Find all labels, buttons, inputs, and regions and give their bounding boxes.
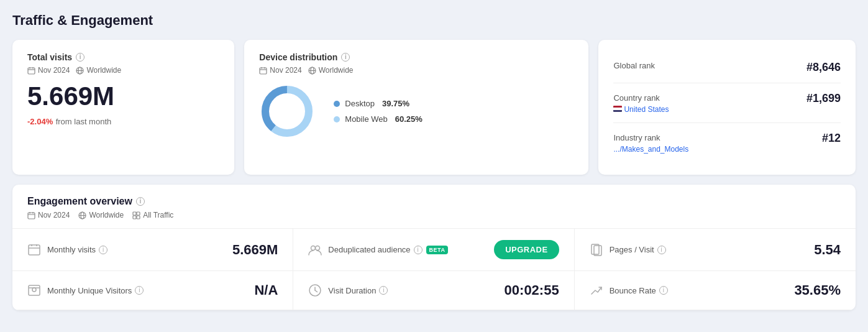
bounce-rate-info-icon[interactable]: i	[659, 286, 668, 295]
dedup-audience-cell: Deduplicated audience i BETA UPGRADE	[293, 229, 574, 270]
visit-duration-info-icon[interactable]: i	[379, 286, 388, 295]
ranks-card: Global rank #8,646 Country rank United S…	[598, 40, 856, 175]
device-calendar-icon	[259, 67, 267, 75]
mobile-legend-item: Mobile Web 60.25%	[334, 114, 423, 124]
monthly-unique-value: N/A	[254, 282, 278, 298]
engagement-section: Engagement overview i Nov 2024 Worldwide…	[12, 185, 856, 310]
svg-rect-15	[28, 213, 35, 219]
country-rank-row: Country rank United States #1,699	[613, 83, 841, 123]
svg-point-30	[311, 246, 316, 250]
svg-point-35	[32, 288, 36, 292]
country-rank-label: Country rank	[613, 93, 659, 103]
svg-rect-22	[133, 212, 136, 215]
global-rank-row: Global rank #8,646	[613, 52, 841, 83]
eng-calendar-icon	[27, 211, 35, 219]
monthly-visits-cell: Monthly visits i 5.669M	[12, 229, 293, 270]
upgrade-button[interactable]: UPGRADE	[494, 240, 559, 259]
engagement-title: Engagement overview i	[27, 196, 841, 207]
dedup-info-icon[interactable]: i	[414, 246, 423, 254]
bounce-rate-icon	[590, 284, 603, 297]
donut-svg	[259, 83, 315, 139]
total-visits-info-icon[interactable]: i	[76, 53, 85, 62]
device-meta: Nov 2024 Worldwide	[259, 66, 573, 75]
total-visits-card: Total visits i Nov 2024 Worldwide 5.669M…	[12, 40, 234, 175]
monthly-unique-left: Monthly Unique Visitors i	[27, 284, 144, 297]
total-visits-meta: Nov 2024 Worldwide	[27, 66, 219, 75]
engagement-month: Nov 2024	[27, 211, 70, 219]
svg-rect-0	[28, 68, 35, 74]
country-rank-sublabel[interactable]: United States	[613, 105, 669, 114]
desktop-legend-value: 39.75%	[382, 99, 409, 108]
mobile-legend-value: 60.25%	[395, 114, 423, 124]
monthly-visits-icon	[27, 243, 41, 257]
dedup-audience-left: Deduplicated audience i BETA	[308, 243, 448, 257]
dedup-audience-label: Deduplicated audience i	[328, 245, 422, 254]
engagement-traffic-type: All Traffic	[132, 211, 173, 219]
visit-duration-cell: Visit Duration i 00:02:55	[293, 271, 574, 310]
monthly-unique-cell: Monthly Unique Visitors i N/A	[12, 271, 293, 310]
monthly-visits-left: Monthly visits i	[27, 243, 107, 257]
globe-icon	[76, 67, 84, 75]
monthly-visits-label: Monthly visits i	[47, 245, 107, 254]
engagement-header: Engagement overview i Nov 2024 Worldwide…	[12, 185, 856, 229]
device-donut-chart	[259, 83, 315, 139]
country-rank-value: #1,699	[806, 92, 841, 105]
pages-info-icon[interactable]: i	[657, 246, 666, 254]
us-flag-icon	[613, 106, 622, 112]
bounce-rate-left: Bounce Rate i	[590, 284, 668, 297]
pages-visit-left: Pages / Visit i	[590, 243, 666, 257]
total-visits-header: Total visits i	[27, 52, 219, 62]
svg-rect-23	[137, 212, 140, 215]
clock-icon	[308, 284, 322, 297]
calendar-icon	[27, 67, 35, 75]
industry-rank-row: Industry rank .../Makes_and_Models #12	[613, 123, 841, 162]
visit-duration-value: 00:02:55	[505, 282, 559, 298]
total-visits-change: -2.04%	[27, 117, 53, 126]
engagement-scope: Worldwide	[78, 211, 124, 219]
pages-visit-cell: Pages / Visit i 5.54	[575, 229, 856, 270]
total-visits-change-from: from last month	[56, 117, 112, 126]
total-visits-change-row: -2.04% from last month	[27, 116, 219, 127]
device-legend: Desktop 39.75% Mobile Web 60.25%	[334, 99, 423, 124]
industry-rank-label: Industry rank	[613, 133, 660, 142]
traffic-icon	[132, 211, 140, 219]
eng-globe-icon	[78, 211, 86, 219]
pages-icon	[590, 243, 603, 257]
engagement-meta: Nov 2024 Worldwide All Traffic	[27, 211, 841, 219]
global-rank-value: #8,646	[806, 61, 841, 74]
total-visits-scope: Worldwide	[76, 66, 121, 75]
visit-duration-label: Visit Duration i	[328, 286, 388, 295]
mobile-legend-dot	[334, 116, 340, 122]
industry-rank-left: Industry rank .../Makes_and_Models	[613, 132, 688, 154]
device-globe-icon	[308, 67, 316, 75]
device-content: Desktop 39.75% Mobile Web 60.25%	[259, 83, 573, 139]
device-info-icon[interactable]: i	[341, 53, 350, 62]
mobile-legend-label: Mobile Web	[345, 114, 387, 124]
beta-badge: BETA	[426, 246, 449, 254]
device-label: Device distribution	[259, 52, 337, 62]
svg-point-31	[316, 246, 320, 250]
bounce-rate-value: 35.65%	[794, 282, 841, 298]
dedup-label-wrap: Deduplicated audience i BETA	[328, 245, 448, 254]
monthly-visits-info-icon[interactable]: i	[99, 246, 107, 254]
bounce-rate-cell: Bounce Rate i 35.65%	[575, 271, 856, 310]
top-cards-row: Total visits i Nov 2024 Worldwide 5.669M…	[12, 40, 856, 175]
device-header: Device distribution i	[259, 52, 573, 62]
audience-icon	[308, 243, 322, 257]
industry-rank-sublabel[interactable]: .../Makes_and_Models	[613, 145, 688, 154]
svg-rect-34	[29, 285, 40, 295]
stats-grid-row1: Monthly visits i 5.669M Deduplicated aud…	[12, 229, 856, 271]
monthly-unique-info-icon[interactable]: i	[135, 286, 144, 295]
visit-duration-left: Visit Duration i	[308, 284, 388, 297]
engagement-info-icon[interactable]: i	[136, 197, 145, 206]
svg-rect-7	[260, 68, 267, 74]
country-rank-left: Country rank United States	[613, 92, 669, 114]
svg-rect-25	[137, 216, 140, 219]
device-scope: Worldwide	[308, 66, 354, 75]
desktop-legend-dot	[334, 101, 340, 107]
device-month: Nov 2024	[259, 66, 301, 75]
page-title: Traffic & Engagement	[12, 12, 856, 29]
pages-visit-value: 5.54	[814, 242, 841, 258]
desktop-legend-label: Desktop	[345, 99, 375, 108]
total-visits-value: 5.669M	[27, 83, 219, 109]
